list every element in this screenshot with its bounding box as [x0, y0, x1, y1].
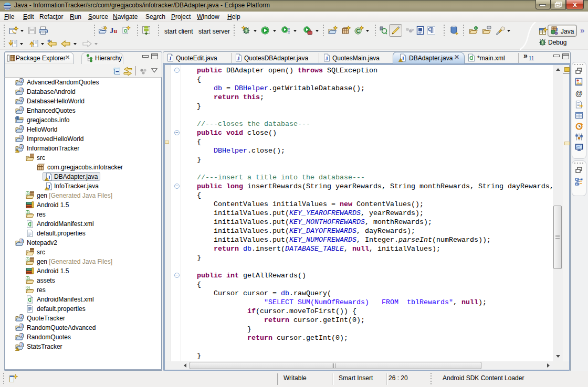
svg-text:J: J [555, 27, 558, 33]
svg-text:C: C [356, 28, 360, 34]
